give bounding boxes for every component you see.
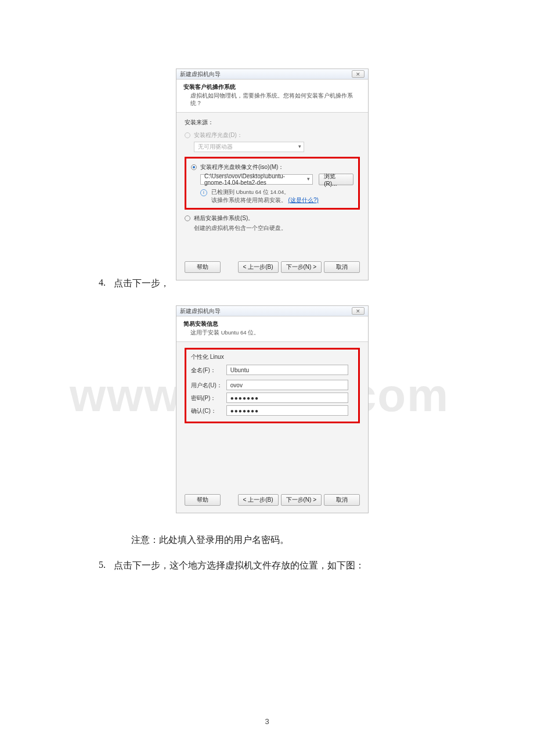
radio-icon xyxy=(185,215,190,221)
header-subtitle: 这用于安装 Ubuntu 64 位。 xyxy=(190,329,361,337)
close-button[interactable]: ✕ xyxy=(352,70,365,78)
personalize-label: 个性化 Linux xyxy=(191,353,353,361)
disc-combo-value: 无可用驱动器 xyxy=(198,143,233,151)
next-button[interactable]: 下一步(N) > xyxy=(281,494,322,506)
step4-number: 4. xyxy=(99,278,106,288)
help-button[interactable]: 帮助 xyxy=(185,494,221,506)
highlight-credentials: 个性化 Linux 全名(F)： Ubuntu 用户名(U)： ovov 密码(… xyxy=(185,348,360,423)
fullname-label: 全名(F)： xyxy=(191,366,225,375)
titlebar[interactable]: 新建虚拟机向导 ✕ xyxy=(176,306,368,316)
note-text: 注意：此处填入登录用的用户名密码。 xyxy=(131,534,289,546)
password-label: 密码(P)： xyxy=(191,394,225,402)
radio-icon xyxy=(191,164,197,170)
radio-later-label: 稍后安装操作系统(S)。 xyxy=(194,214,254,222)
header-title: 简易安装信息 xyxy=(183,320,361,328)
back-button[interactable]: < 上一步(B) xyxy=(238,494,279,506)
detected-sub: 该操作系统将使用简易安装。 xyxy=(211,197,287,203)
highlight-iso-section: 安装程序光盘映像文件(iso)(M)： C:\Users\ovov\Deskto… xyxy=(185,157,360,210)
page-number: 3 xyxy=(0,717,534,726)
step5-number: 5. xyxy=(99,560,106,570)
iso-path-text: C:\Users\ovov\Desktop\ubuntu-gnome-14.04… xyxy=(204,173,302,186)
confirm-label: 确认(C)： xyxy=(191,407,225,415)
titlebar[interactable]: 新建虚拟机向导 ✕ xyxy=(176,69,368,80)
confirm-input[interactable]: ●●●●●●● xyxy=(226,405,348,416)
close-button[interactable]: ✕ xyxy=(352,307,365,315)
radio-disc-label: 安装程序光盘(D)： xyxy=(194,131,243,139)
cancel-button[interactable]: 取消 xyxy=(324,261,360,273)
detected-text: 已检测到 Ubuntu 64 位 14.04。 xyxy=(211,189,290,195)
window-title: 新建虚拟机向导 xyxy=(180,69,221,79)
dialog-footer: 帮助 < 上一步(B) 下一步(N) > 取消 xyxy=(176,255,368,280)
username-input[interactable]: ovov xyxy=(226,380,348,390)
fullname-input[interactable]: Ubuntu xyxy=(226,365,348,375)
browse-button[interactable]: 浏览(R)... xyxy=(319,174,353,185)
help-button[interactable]: 帮助 xyxy=(185,261,221,273)
info-icon: i xyxy=(200,189,207,196)
iso-path-combo[interactable]: C:\Users\ovov\Desktop\ubuntu-gnome-14.04… xyxy=(200,174,313,185)
radio-iso[interactable]: 安装程序光盘映像文件(iso)(M)： xyxy=(191,163,353,171)
disc-combo: 无可用驱动器 xyxy=(194,142,304,152)
source-label: 安装来源： xyxy=(185,118,360,127)
radio-iso-label: 安装程序光盘映像文件(iso)(M)： xyxy=(200,163,284,171)
header-title: 安装客户机操作系统 xyxy=(183,83,361,91)
wizard-install-source: 新建虚拟机向导 ✕ 安装客户机操作系统 虚拟机如同物理机，需要操作系统。您将如何… xyxy=(176,69,369,280)
dialog-header: 简易安装信息 这用于安装 Ubuntu 64 位。 xyxy=(176,316,368,342)
whats-this-link[interactable]: (这是什么?) xyxy=(288,197,319,203)
wizard-easy-install: 新建虚拟机向导 ✕ 简易安装信息 这用于安装 Ubuntu 64 位。 个性化 … xyxy=(176,305,369,513)
step5-text: 点击下一步，这个地方选择虚拟机文件存放的位置，如下图： xyxy=(114,560,365,572)
username-label: 用户名(U)： xyxy=(191,381,225,390)
window-title: 新建虚拟机向导 xyxy=(180,306,221,316)
radio-later[interactable]: 稍后安装操作系统(S)。 xyxy=(185,214,360,222)
back-button[interactable]: < 上一步(B) xyxy=(238,261,279,273)
radio-disc[interactable]: 安装程序光盘(D)： xyxy=(185,131,360,139)
later-note: 创建的虚拟机将包含一个空白硬盘。 xyxy=(194,225,360,232)
step4-text: 点击下一步， xyxy=(114,278,169,290)
dialog-footer: 帮助 < 上一步(B) 下一步(N) > 取消 xyxy=(176,488,368,513)
radio-icon xyxy=(185,132,190,138)
header-subtitle: 虚拟机如同物理机，需要操作系统。您将如何安装客户机操作系统？ xyxy=(190,92,361,107)
password-input[interactable]: ●●●●●●● xyxy=(226,393,348,403)
next-button[interactable]: 下一步(N) > xyxy=(281,261,322,273)
cancel-button[interactable]: 取消 xyxy=(324,494,360,506)
dialog-header: 安装客户机操作系统 虚拟机如同物理机，需要操作系统。您将如何安装客户机操作系统？ xyxy=(176,80,368,113)
